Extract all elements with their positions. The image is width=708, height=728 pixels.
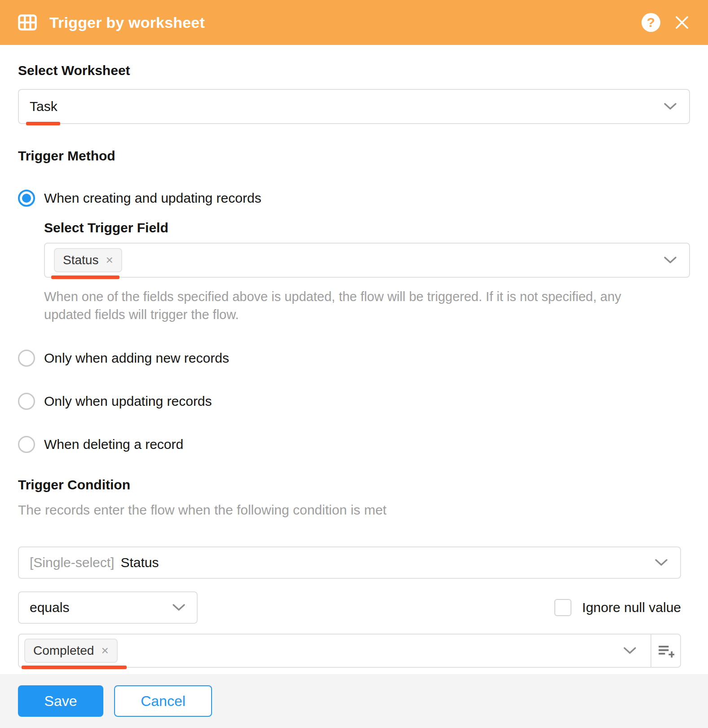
- help-circle-icon[interactable]: ?: [642, 13, 660, 32]
- dialog-title: Trigger by worksheet: [49, 14, 205, 31]
- operator-row: equals Ignore null value: [18, 591, 681, 624]
- trigger-field-select[interactable]: Status ×: [44, 243, 690, 278]
- dialog-header: Trigger by worksheet ?: [0, 0, 708, 45]
- worksheet-select-value: Task: [30, 99, 58, 114]
- condition-value-select[interactable]: Completed ×: [19, 635, 650, 667]
- worksheet-table-icon: [18, 14, 37, 31]
- chevron-down-icon: [663, 256, 677, 265]
- radio-option-label: When deleting a record: [44, 437, 183, 452]
- condition-field-select[interactable]: [Single-select] Status: [18, 546, 681, 579]
- radio-option-label: Only when updating records: [44, 394, 212, 409]
- trigger-method-label: Trigger Method: [18, 148, 690, 164]
- trigger-field-tag-label: Status: [63, 253, 98, 267]
- radio-option-label: Only when adding new records: [44, 351, 229, 366]
- cancel-button[interactable]: Cancel: [114, 685, 212, 717]
- radio-unselected-icon[interactable]: [18, 436, 35, 453]
- save-button[interactable]: Save: [18, 685, 103, 717]
- radio-unselected-icon[interactable]: [18, 393, 35, 410]
- dialog-body: Select Worksheet Task Trigger Method Whe…: [0, 45, 708, 710]
- chevron-down-icon: [172, 603, 186, 612]
- trigger-field-section: Select Trigger Field Status × When one o…: [44, 220, 690, 324]
- condition-value-tag-label: Completed: [33, 644, 94, 658]
- condition-field-name: Status: [120, 555, 159, 570]
- operator-select[interactable]: equals: [18, 591, 198, 624]
- field-type-prefix: [Single-select]: [30, 555, 114, 570]
- trigger-condition-label: Trigger Condition: [18, 477, 690, 493]
- remove-tag-icon[interactable]: ×: [106, 254, 113, 266]
- worksheet-accent-underline: [26, 122, 60, 125]
- radio-option-create-update[interactable]: When creating and updating records: [18, 190, 690, 207]
- trigger-field-tag: Status ×: [54, 248, 122, 272]
- ignore-null-checkbox[interactable]: [554, 599, 571, 616]
- chevron-down-icon: [663, 102, 677, 111]
- condition-value-accent-underline: [22, 666, 127, 669]
- trigger-field-helper-text: When one of the fields specified above i…: [44, 288, 650, 324]
- ignore-null-group: Ignore null value: [554, 599, 681, 616]
- condition-value-tag: Completed ×: [24, 639, 118, 663]
- radio-unselected-icon[interactable]: [18, 350, 35, 367]
- radio-selected-icon[interactable]: [18, 190, 35, 207]
- trigger-condition-description: The records enter the flow when the foll…: [18, 502, 690, 518]
- operator-value: equals: [30, 600, 69, 615]
- radio-option-add-only[interactable]: Only when adding new records: [18, 350, 690, 367]
- chevron-down-icon: [623, 646, 637, 655]
- chevron-down-icon: [654, 558, 668, 567]
- radio-option-delete[interactable]: When deleting a record: [18, 436, 690, 453]
- radio-option-label: When creating and updating records: [44, 191, 261, 206]
- select-worksheet-label: Select Worksheet: [18, 63, 690, 78]
- worksheet-select[interactable]: Task: [18, 89, 690, 124]
- playlist-add-icon[interactable]: [650, 635, 680, 667]
- select-trigger-field-label: Select Trigger Field: [44, 220, 690, 235]
- remove-tag-icon[interactable]: ×: [101, 644, 108, 657]
- ignore-null-label: Ignore null value: [582, 600, 681, 615]
- dialog-footer: Save Cancel: [0, 674, 708, 728]
- radio-option-update-only[interactable]: Only when updating records: [18, 393, 690, 410]
- close-icon[interactable]: [674, 14, 690, 31]
- trigger-field-accent-underline: [51, 275, 119, 279]
- condition-value-wrap: Completed ×: [18, 634, 681, 668]
